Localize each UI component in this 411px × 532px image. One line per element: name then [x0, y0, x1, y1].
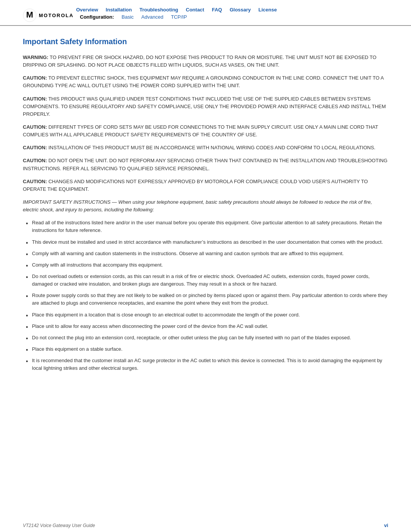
para-caution1-label: CAUTION:: [23, 75, 47, 81]
para-warning: WARNING: TO PREVENT FIRE OR SHOCK HAZARD…: [23, 54, 388, 69]
footer-guide-label: VT2142 Voice Gateway User Guide: [23, 523, 95, 528]
nav-contact[interactable]: Contact: [186, 7, 204, 13]
header: M MOTOROLA Overview Installation Trouble…: [0, 0, 411, 26]
list-item: This device must be installed and used i…: [23, 238, 388, 246]
para-warning-text: TO PREVENT FIRE OR SHOCK HAZARD, DO NOT …: [23, 54, 376, 68]
para-warning-label: WARNING:: [23, 54, 48, 60]
svg-text:M: M: [26, 10, 33, 19]
nav-row-2: Configuration: Basic Advanced TCP/IP: [76, 14, 388, 20]
para-caution-4: CAUTION: INSTALLATION OF THIS PRODUCT MU…: [23, 144, 388, 152]
para-caution-2: CAUTION: THIS PRODUCT WAS QUALIFIED UNDE…: [23, 95, 388, 118]
footer-page-number: vi: [384, 522, 388, 528]
para-caution6-label: CAUTION:: [23, 179, 47, 184]
para-caution-6: CAUTION: CHANGES AND MODIFICATIONS NOT E…: [23, 178, 388, 193]
list-item: Do not overload outlets or extension cor…: [23, 273, 388, 288]
para-caution-1: CAUTION: TO PREVENT ELECTRIC SHOCK, THIS…: [23, 74, 388, 89]
nav-basic[interactable]: Basic: [122, 14, 134, 20]
logo-area: M MOTOROLA: [23, 7, 76, 22]
para-caution4-text: INSTALLATION OF THIS PRODUCT MUST BE IN …: [47, 145, 376, 150]
para-caution5-text: DO NOT OPEN THE UNIT. DO NOT PERFORM ANY…: [23, 158, 387, 171]
nav-license[interactable]: License: [258, 7, 277, 13]
nav-area: Overview Installation Troubleshooting Co…: [76, 7, 388, 20]
list-item: Place this equipment on a stable surface…: [23, 345, 388, 353]
para-caution1-text: TO PREVENT ELECTRIC SHOCK, THIS EQUIPMEN…: [23, 75, 384, 88]
nav-config-label: Configuration:: [80, 14, 114, 20]
para-caution5-label: CAUTION:: [23, 158, 47, 163]
motorola-logo-icon: M: [23, 8, 37, 22]
para-caution3-label: CAUTION:: [23, 124, 47, 130]
list-item: It is recommended that the customer inst…: [23, 357, 388, 372]
nav-installation[interactable]: Installation: [106, 7, 132, 13]
list-item: Read all of the instructions listed here…: [23, 219, 388, 234]
list-item: Do not connect the plug into an extensio…: [23, 334, 388, 342]
main-content: Important Safety Information WARNING: TO…: [0, 26, 411, 391]
para-caution2-text: THIS PRODUCT WAS QUALIFIED UNDER TEST CO…: [23, 96, 386, 117]
para-caution4-label: CAUTION:: [23, 145, 47, 150]
nav-overview[interactable]: Overview: [76, 7, 98, 13]
list-item: Route power supply cords so that they ar…: [23, 292, 388, 307]
footer: VT2142 Voice Gateway User Guide vi: [0, 519, 411, 532]
page-title: Important Safety Information: [23, 37, 388, 46]
list-item: Place this equipment in a location that …: [23, 311, 388, 319]
logo-text: MOTOROLA: [39, 13, 74, 18]
nav-faq[interactable]: FAQ: [212, 7, 222, 13]
para-caution6-text: CHANGES AND MODIFICATIONS NOT EXPRESSLY …: [23, 179, 368, 192]
bullet-list: Read all of the instructions listed here…: [23, 219, 388, 372]
list-item: Comply with all instructions that accomp…: [23, 261, 388, 269]
nav-advanced[interactable]: Advanced: [141, 14, 163, 20]
para-caution-5: CAUTION: DO NOT OPEN THE UNIT. DO NOT PE…: [23, 157, 388, 172]
list-item: Comply with all warning and caution stat…: [23, 250, 388, 257]
para-caution3-text: DIFFERENT TYPES OF CORD SETS MAY BE USED…: [23, 124, 378, 137]
list-item: Place unit to allow for easy access when…: [23, 323, 388, 330]
nav-tcpip[interactable]: TCP/IP: [171, 14, 187, 20]
para-caution2-label: CAUTION:: [23, 96, 47, 102]
nav-row-1: Overview Installation Troubleshooting Co…: [76, 7, 388, 13]
para-caution-3: CAUTION: DIFFERENT TYPES OF CORD SETS MA…: [23, 123, 388, 139]
nav-glossary[interactable]: Glossary: [229, 7, 251, 13]
italic-para: IMPORTANT SAFETY INSTRUCTIONS — When usi…: [23, 198, 388, 214]
nav-troubleshooting[interactable]: Troubleshooting: [139, 7, 178, 13]
